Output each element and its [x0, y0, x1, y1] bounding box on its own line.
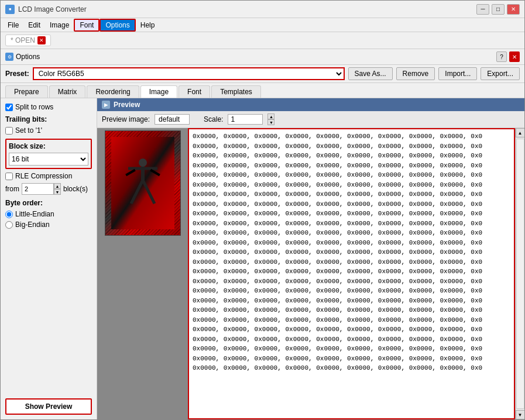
show-preview-button[interactable]: Show Preview — [5, 398, 92, 415]
options-title-area: ⚙ Options — [5, 53, 40, 61]
preset-label: Preset: — [5, 70, 29, 78]
byte-order-label: Byte order: — [5, 199, 92, 207]
scale-label: Scale: — [204, 115, 223, 123]
scale-input[interactable] — [228, 114, 263, 125]
options-help-button[interactable]: ? — [496, 51, 507, 62]
rle-label: RLE Compression — [15, 172, 72, 180]
set-to-1-label: Set to '1' — [15, 126, 42, 135]
block-size-label: Block size: — [9, 142, 88, 150]
maximize-button[interactable]: □ — [492, 4, 505, 15]
open-file-tab[interactable]: * OPEN ✕ — [5, 35, 51, 46]
thumbnail-image — [105, 130, 181, 236]
set-to-1-checkbox[interactable] — [5, 127, 13, 135]
block-size-select[interactable]: 16 bit 8 bit 24 bit 32 bit — [9, 153, 88, 166]
menu-bar: File Edit Image Font Options Help — [1, 18, 524, 32]
options-dialog-icon: ⚙ — [5, 53, 13, 61]
scroll-down-arrow[interactable]: ▼ — [516, 410, 525, 419]
menu-font[interactable]: Font — [74, 19, 99, 32]
preview-panel: ▶ Preview Preview image: default Scale: … — [97, 98, 524, 419]
options-dialog-title: Options — [16, 53, 40, 61]
preset-select[interactable]: Color R5G6B5 Grayscale Monochrome — [33, 67, 345, 80]
hex-row: 0x0000, 0x0000, 0x0000, 0x0000, 0x0000, … — [193, 247, 510, 257]
split-rows-row: Split to rows — [5, 103, 92, 111]
scroll-up-arrow[interactable]: ▲ — [516, 128, 525, 137]
hex-row: 0x0000, 0x0000, 0x0000, 0x0000, 0x0000, … — [193, 151, 510, 161]
hex-row: 0x0000, 0x0000, 0x0000, 0x0000, 0x0000, … — [193, 315, 510, 325]
hex-row: 0x0000, 0x0000, 0x0000, 0x0000, 0x0000, … — [193, 277, 510, 287]
import-button[interactable]: Import... — [438, 67, 477, 80]
tab-matrix[interactable]: Matrix — [49, 85, 86, 98]
menu-edit[interactable]: Edit — [23, 20, 45, 30]
little-endian-radio[interactable] — [5, 211, 13, 218]
hex-row: 0x0000, 0x0000, 0x0000, 0x0000, 0x0000, … — [193, 199, 510, 209]
big-endian-radio[interactable] — [5, 221, 13, 229]
hex-row: 0x0000, 0x0000, 0x0000, 0x0000, 0x0000, … — [193, 180, 510, 190]
svg-line-4 — [143, 180, 155, 204]
hex-row: 0x0000, 0x0000, 0x0000, 0x0000, 0x0000, … — [193, 132, 510, 142]
preset-bar: Preset: Color R5G6B5 Grayscale Monochrom… — [1, 65, 524, 83]
hex-row: 0x0000, 0x0000, 0x0000, 0x0000, 0x0000, … — [193, 296, 510, 306]
menu-file[interactable]: File — [3, 20, 23, 30]
tab-font[interactable]: Font — [179, 85, 210, 98]
modified-indicator: * OPEN — [11, 36, 35, 44]
menu-help[interactable]: Help — [136, 20, 160, 30]
preview-header-title: Preview — [114, 101, 140, 109]
preview-header-icon: ▶ — [102, 101, 110, 109]
preview-image-label: Preview image: — [102, 115, 150, 123]
set-to-1-row: Set to '1' — [5, 126, 92, 135]
hex-row: 0x0000, 0x0000, 0x0000, 0x0000, 0x0000, … — [193, 325, 510, 335]
hex-row: 0x0000, 0x0000, 0x0000, 0x0000, 0x0000, … — [193, 344, 510, 354]
trailing-bits-label: Trailing bits: — [5, 115, 92, 123]
tab-image[interactable]: Image — [140, 85, 177, 98]
svg-line-3 — [131, 180, 143, 204]
menu-image[interactable]: Image — [45, 20, 74, 30]
minimize-button[interactable]: ─ — [476, 4, 489, 15]
save-as-button[interactable]: Save As... — [348, 67, 393, 80]
scale-up-button[interactable]: ▲ — [267, 113, 274, 119]
export-button[interactable]: Export... — [481, 67, 520, 80]
spin-up-button[interactable]: ▲ — [54, 183, 61, 189]
block-spinner: 2 ▲ ▼ — [22, 183, 61, 195]
tab-templates[interactable]: Templates — [211, 85, 261, 98]
split-rows-checkbox[interactable] — [5, 104, 13, 111]
hex-row: 0x0000, 0x0000, 0x0000, 0x0000, 0x0000, … — [193, 170, 510, 180]
hex-row: 0x0000, 0x0000, 0x0000, 0x0000, 0x0000, … — [193, 335, 510, 345]
scale-down-button[interactable]: ▼ — [267, 119, 274, 125]
hex-row: 0x0000, 0x0000, 0x0000, 0x0000, 0x0000, … — [193, 161, 510, 171]
big-endian-row: Big-Endian — [5, 221, 92, 229]
hex-row: 0x0000, 0x0000, 0x0000, 0x0000, 0x0000, … — [193, 142, 510, 152]
preview-image-value: default — [155, 114, 190, 125]
spin-controls: ▲ ▼ — [54, 183, 61, 195]
big-endian-label: Big-Endian — [15, 221, 50, 229]
hex-row: 0x0000, 0x0000, 0x0000, 0x0000, 0x0000, … — [193, 209, 510, 219]
tab-reordering[interactable]: Reordering — [87, 85, 139, 98]
options-dialog-controls: ? ✕ — [496, 51, 520, 62]
split-rows-label: Split to rows — [15, 103, 53, 111]
app-window: ■ LCD Image Converter ─ □ ✕ File Edit Im… — [0, 0, 525, 420]
title-bar: ■ LCD Image Converter ─ □ ✕ — [1, 1, 524, 18]
little-endian-row: Little-Endian — [5, 210, 92, 218]
hex-row: 0x0000, 0x0000, 0x0000, 0x0000, 0x0000, … — [193, 238, 510, 248]
title-bar-controls: ─ □ ✕ — [476, 4, 520, 15]
rle-checkbox[interactable] — [5, 173, 13, 180]
hex-row: 0x0000, 0x0000, 0x0000, 0x0000, 0x0000, … — [193, 219, 510, 229]
options-close-button[interactable]: ✕ — [509, 51, 520, 62]
hex-row: 0x0000, 0x0000, 0x0000, 0x0000, 0x0000, … — [193, 267, 510, 277]
preview-body: 0x0000, 0x0000, 0x0000, 0x0000, 0x0000, … — [97, 128, 524, 419]
close-file-tab[interactable]: ✕ — [37, 36, 46, 44]
spin-down-button[interactable]: ▼ — [54, 189, 61, 195]
scroll-track[interactable] — [516, 139, 524, 409]
hex-data-area[interactable]: 0x0000, 0x0000, 0x0000, 0x0000, 0x0000, … — [188, 128, 515, 419]
right-scrollbar[interactable]: ▲ ▼ — [515, 128, 524, 419]
hex-row: 0x0000, 0x0000, 0x0000, 0x0000, 0x0000, … — [193, 257, 510, 267]
menu-options[interactable]: Options — [99, 19, 135, 32]
tab-prepare[interactable]: Prepare — [5, 85, 48, 98]
remove-button[interactable]: Remove — [396, 67, 435, 80]
close-button[interactable]: ✕ — [507, 4, 520, 15]
config-panel: Split to rows Trailing bits: Set to '1' … — [1, 98, 97, 419]
content-tabs: Prepare Matrix Reordering Image Font Tem… — [1, 83, 524, 98]
byte-order-group: Little-Endian Big-Endian — [5, 210, 92, 229]
hex-row: 0x0000, 0x0000, 0x0000, 0x0000, 0x0000, … — [193, 363, 510, 373]
hex-row: 0x0000, 0x0000, 0x0000, 0x0000, 0x0000, … — [193, 305, 510, 315]
block-spin-value: 2 — [22, 183, 54, 195]
